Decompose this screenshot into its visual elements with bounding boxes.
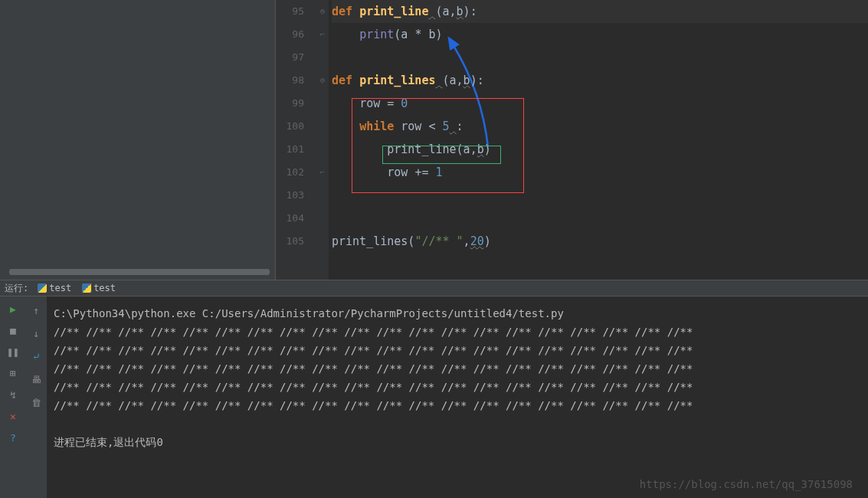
code-area[interactable]: def print_line (a,b): print(a * b)def pr… xyxy=(329,0,868,280)
fold-icon[interactable]: ⊖ xyxy=(319,76,326,84)
layout-icon[interactable]: ⊞ xyxy=(7,367,19,379)
code-line[interactable] xyxy=(332,46,868,69)
python-icon xyxy=(38,283,47,293)
line-number: 95 xyxy=(276,0,304,23)
wrap-icon[interactable]: ⤶ xyxy=(31,350,43,362)
line-gutter: 9596979899100101102103104105 xyxy=(276,0,318,280)
run-tab-label: test xyxy=(93,283,116,293)
code-line[interactable]: def print_lines (a,b): xyxy=(332,69,868,92)
down-icon[interactable]: ↓ xyxy=(31,327,43,339)
python-icon xyxy=(82,283,91,293)
up-icon[interactable]: ↑ xyxy=(31,304,43,316)
line-number: 105 xyxy=(276,230,304,253)
code-line[interactable]: row = 0 xyxy=(332,92,868,115)
console-toolbar-secondary: ↑ ↓ ⤶ 🖶 🗑 xyxy=(26,297,47,498)
line-number: 102 xyxy=(276,161,304,184)
fold-icon[interactable]: ⌐ xyxy=(319,30,326,38)
trash-icon[interactable]: 🗑 xyxy=(31,396,43,408)
code-line[interactable] xyxy=(332,207,868,230)
fold-icon[interactable]: ⌐ xyxy=(319,168,326,175)
line-number: 97 xyxy=(276,46,304,69)
run-tab[interactable]: test xyxy=(77,283,120,293)
code-line[interactable]: print(a * b) xyxy=(332,23,868,46)
line-number: 101 xyxy=(276,138,304,161)
code-line[interactable]: while row < 5 : xyxy=(332,115,868,138)
run-tab[interactable]: test xyxy=(33,283,76,293)
code-line[interactable] xyxy=(332,184,868,207)
console-toolbar-primary: ▶ ■ ❚❚ ⊞ ↯ ✕ ? xyxy=(0,297,26,498)
editor-area[interactable]: 9596979899100101102103104105 ⊖⌐⊖⌐ def pr… xyxy=(276,0,868,280)
run-panel-header: 运行: testtest xyxy=(0,280,868,297)
line-number: 103 xyxy=(276,184,304,207)
line-number: 99 xyxy=(276,92,304,115)
code-line[interactable]: def print_line (a,b): xyxy=(332,0,868,23)
watermark: https://blog.csdn.net/qq_37615098 xyxy=(640,478,853,490)
console-output[interactable]: C:\Python34\python.exe C:/Users/Administ… xyxy=(47,297,868,498)
code-line[interactable]: row += 1 xyxy=(332,161,868,184)
code-line[interactable]: print_lines("//** ",20) xyxy=(332,230,868,253)
fold-icon[interactable]: ⊖ xyxy=(319,7,326,15)
project-sidebar[interactable] xyxy=(0,0,276,280)
link-icon[interactable]: ↯ xyxy=(7,388,19,401)
help-icon[interactable]: ? xyxy=(7,431,19,444)
run-label: 运行: xyxy=(5,282,28,295)
code-line[interactable]: print_line(a,b) xyxy=(332,138,868,161)
fold-column: ⊖⌐⊖⌐ xyxy=(318,0,329,280)
line-number: 100 xyxy=(276,115,304,138)
print-icon[interactable]: 🖶 xyxy=(31,373,43,385)
editor-container: 9596979899100101102103104105 ⊖⌐⊖⌐ def pr… xyxy=(0,0,868,280)
run-tab-label: test xyxy=(49,283,71,293)
line-number: 104 xyxy=(276,207,304,230)
run-icon[interactable]: ▶ xyxy=(7,303,19,315)
pause-icon[interactable]: ❚❚ xyxy=(7,346,19,358)
console-container: ▶ ■ ❚❚ ⊞ ↯ ✕ ? ↑ ↓ ⤶ 🖶 🗑 C:\Python34\pyt… xyxy=(0,297,868,498)
close-icon[interactable]: ✕ xyxy=(7,410,19,422)
line-number: 96 xyxy=(276,23,304,46)
line-number: 98 xyxy=(276,69,304,92)
stop-icon[interactable]: ■ xyxy=(7,324,19,336)
